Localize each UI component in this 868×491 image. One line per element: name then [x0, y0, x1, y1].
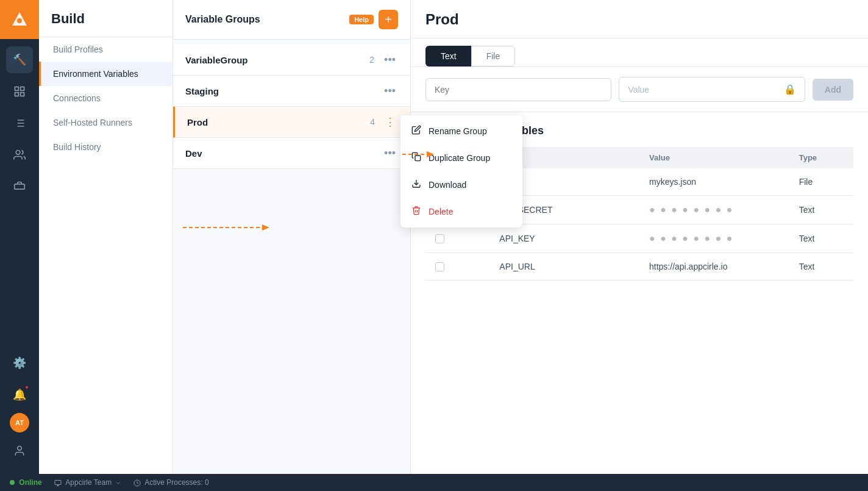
group-right-staging: ••• — [382, 84, 398, 98]
group-right-dev: ••• — [382, 146, 398, 160]
nav-item-build-profiles[interactable]: Build Profiles — [39, 37, 173, 62]
rename-icon — [410, 125, 422, 137]
nav-panel-title: Build — [39, 0, 173, 37]
row-value-api-secret: ● ● ● ● ● ● ● ● — [639, 196, 789, 224]
group-name-prod: Prod — [187, 117, 208, 127]
tab-text[interactable]: Text — [425, 46, 471, 66]
value-field: Value 🔒 — [619, 77, 805, 102]
col-header-type: Type — [789, 147, 853, 168]
status-dot — [10, 480, 15, 485]
groups-list: VariableGroup 2 ••• Staging ••• Prod 4 — [173, 40, 410, 174]
groups-panel-header: Variable Groups Help + — [173, 0, 410, 40]
svg-point-7 — [18, 446, 22, 451]
svg-rect-2 — [15, 87, 19, 91]
svg-rect-10 — [55, 480, 61, 484]
group-item-variablegroup[interactable]: VariableGroup 2 ••• — [173, 45, 410, 76]
table-row: API_URL https://api.appcirle.io Text — [425, 253, 853, 281]
group-name-staging: Staging — [185, 86, 219, 96]
nav-icon-user[interactable] — [6, 437, 33, 464]
status-processes: Active Processes: 0 — [133, 478, 209, 487]
dots-api-secret: ● ● ● ● ● ● ● ● — [649, 204, 733, 215]
tab-file[interactable]: File — [471, 46, 516, 66]
context-menu-wrapper: ⋮ Rename Group — [382, 115, 398, 129]
dots-api-key: ● ● ● ● ● ● ● ● — [649, 233, 733, 243]
delete-label: Delete — [429, 207, 453, 217]
context-menu-duplicate[interactable]: Duplicate Group — [400, 145, 522, 171]
tabs-row: Text File — [411, 38, 868, 67]
key-input[interactable] — [425, 78, 611, 101]
add-group-button[interactable]: + — [379, 10, 398, 29]
nav-icon-bell[interactable]: 🔔 — [6, 381, 33, 408]
app-logo[interactable] — [0, 0, 39, 39]
group-item-staging[interactable]: Staging ••• — [173, 76, 410, 107]
row-check-api-url — [425, 253, 489, 281]
group-menu-btn-dev[interactable]: ••• — [382, 146, 398, 160]
row-key-api-url: API_URL — [489, 253, 639, 281]
duplicate-icon — [410, 152, 422, 164]
nav-item-env-variables[interactable]: Environment Variables — [39, 62, 173, 86]
user-avatar-at[interactable]: AT — [10, 413, 29, 432]
row-check-api-key — [425, 224, 489, 253]
row-key-api-key: API_KEY — [489, 224, 639, 253]
svg-rect-4 — [15, 93, 19, 96]
main-content: Prod Text File Value 🔒 Add Environment V… — [411, 0, 868, 474]
row-type-api-secret: Text — [789, 196, 853, 224]
svg-rect-5 — [21, 93, 24, 96]
download-icon — [410, 179, 422, 191]
svg-rect-3 — [21, 87, 24, 91]
checkbox-api-key[interactable] — [435, 234, 444, 243]
nav-icon-connect[interactable] — [6, 110, 33, 137]
group-item-prod[interactable]: Prod 4 ⋮ — [173, 107, 410, 138]
group-menu-btn-variablegroup[interactable]: ••• — [382, 53, 398, 66]
col-header-value: Value — [639, 147, 789, 168]
lock-icon: 🔒 — [784, 84, 796, 95]
context-menu-download[interactable]: Download — [400, 171, 522, 198]
value-placeholder: Value — [628, 85, 649, 95]
group-count-prod: 4 — [370, 117, 375, 127]
group-name-dev: Dev — [185, 148, 202, 159]
groups-panel: Variable Groups Help + VariableGroup 2 •… — [173, 0, 411, 474]
icon-sidebar: 🔨 ⚙️ 🔔 — [0, 0, 39, 474]
groups-panel-header-right: Help + — [349, 10, 398, 29]
groups-panel-title: Variable Groups — [185, 14, 260, 25]
nav-item-self-hosted[interactable]: Self-Hosted Runners — [39, 110, 173, 135]
nav-icon-distribution[interactable] — [6, 78, 33, 105]
row-value-api-url: https://api.appcirle.io — [639, 253, 789, 281]
duplicate-label: Duplicate Group — [429, 153, 490, 163]
group-right-prod: 4 ⋮ Rename Group — [370, 115, 398, 129]
nav-icon-artifacts[interactable] — [6, 173, 33, 200]
main-header: Prod — [411, 0, 868, 38]
context-menu: Rename Group Duplicate Group — [400, 115, 522, 228]
help-badge[interactable]: Help — [349, 15, 374, 24]
nav-panel: Build Build Profiles Environment Variabl… — [39, 0, 173, 474]
row-type-api-key: Text — [789, 224, 853, 253]
context-menu-rename[interactable]: Rename Group — [400, 118, 522, 145]
group-menu-btn-staging[interactable]: ••• — [382, 84, 398, 98]
svg-point-6 — [16, 151, 20, 155]
svg-rect-8 — [415, 156, 421, 161]
checkbox-api-url[interactable] — [435, 262, 444, 271]
nav-icon-settings[interactable]: ⚙️ — [6, 349, 33, 376]
context-menu-delete[interactable]: Delete — [400, 198, 522, 225]
rename-label: Rename Group — [429, 126, 487, 136]
main-title: Prod — [425, 11, 853, 28]
group-right-variablegroup: 2 ••• — [369, 53, 398, 66]
status-team: Appcirle Team — [54, 478, 121, 487]
nav-item-connections[interactable]: Connections — [39, 86, 173, 110]
row-value-api-key: ● ● ● ● ● ● ● ● — [639, 224, 789, 253]
svg-point-1 — [17, 18, 22, 23]
input-row: Value 🔒 Add — [411, 67, 868, 112]
status-bar: Online Appcirle Team Active Processes: 0 — [0, 474, 868, 491]
download-label: Download — [429, 180, 466, 190]
nav-item-build-history[interactable]: Build History — [39, 135, 173, 159]
nav-icon-build[interactable]: 🔨 — [6, 46, 33, 73]
group-menu-btn-prod[interactable]: ⋮ — [382, 115, 398, 129]
group-name-variablegroup: VariableGroup — [185, 55, 248, 65]
delete-icon — [410, 206, 422, 218]
nav-icon-group[interactable] — [6, 142, 33, 168]
add-variable-button[interactable]: Add — [813, 79, 853, 101]
table-row: API_KEY ● ● ● ● ● ● ● ● Text — [425, 224, 853, 253]
row-type-myfile: File — [789, 168, 853, 196]
group-item-dev[interactable]: Dev ••• — [173, 138, 410, 169]
row-type-api-url: Text — [789, 253, 853, 281]
